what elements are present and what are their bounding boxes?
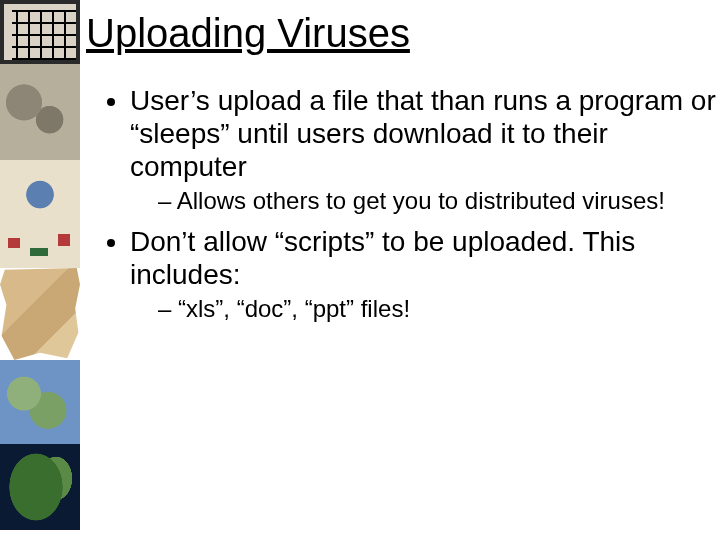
thumb-parchment-map <box>0 268 80 360</box>
thumb-antique-map <box>0 160 80 268</box>
sub-bullet-text: Allows others to get you to distributed … <box>177 187 665 214</box>
thumb-parchment-map-wrap <box>0 268 80 360</box>
slide-content: Uploading Viruses User’s upload a file t… <box>86 10 720 334</box>
thumb-relief-map <box>0 360 80 444</box>
thumb-cuneiform-tablet <box>0 64 80 160</box>
sub-bullet-text: “xls”, “doc”, “ppt” files! <box>178 295 410 322</box>
thumb-labyrinth <box>0 0 80 64</box>
bullet-text: Don’t allow “scripts” to be uploaded. Th… <box>130 226 635 290</box>
bullet-list: User’s upload a file that than runs a pr… <box>86 84 720 324</box>
thumb-satellite-earth <box>0 444 80 530</box>
bullet-text: User’s upload a file that than runs a pr… <box>130 85 716 182</box>
bullet-item: Don’t allow “scripts” to be uploaded. Th… <box>130 225 720 323</box>
sub-bullet-list: Allows others to get you to distributed … <box>130 187 720 215</box>
slide: Uploading Viruses User’s upload a file t… <box>0 0 720 540</box>
sub-bullet-list: “xls”, “doc”, “ppt” files! <box>130 295 720 323</box>
bullet-item: User’s upload a file that than runs a pr… <box>130 84 720 215</box>
sub-bullet-item: Allows others to get you to distributed … <box>158 187 720 215</box>
sidebar-thumbnails <box>0 0 80 540</box>
sub-bullet-item: “xls”, “doc”, “ppt” files! <box>158 295 720 323</box>
slide-title: Uploading Viruses <box>86 10 720 56</box>
